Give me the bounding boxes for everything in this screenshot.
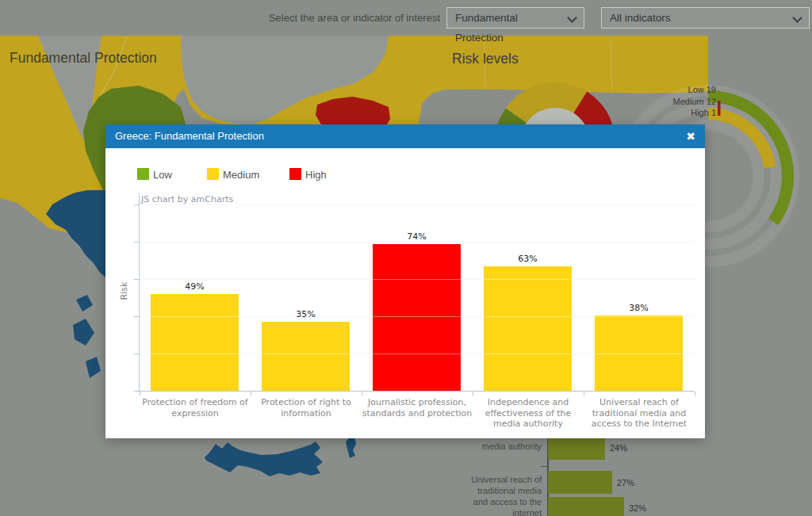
gridline-overlay [140,242,695,243]
hbar-value-label: 32% [629,503,646,513]
x-axis-tick [140,392,140,396]
category-label: Independence and effectiveness of the me… [473,397,584,430]
hbar[interactable] [548,471,612,494]
toolbar: Select the area or indicator of interest… [0,0,812,36]
x-axis-tick [251,392,251,396]
bar-value-label: 38% [595,303,683,313]
chart-bar[interactable] [151,294,239,392]
map-title: Fundamental Protection [10,50,157,67]
y-axis-tick [134,316,140,317]
y-axis-label: Risk [119,269,129,300]
legend-swatch [207,168,219,180]
y-axis-tick [134,204,140,205]
hbar-category-label: Universal reach oftraditional mediaand a… [448,474,542,516]
indicator-select-value: All indicators [610,12,671,24]
y-axis-tick [134,391,140,392]
bar-value-label: 49% [151,281,239,292]
legend-label: Low [153,169,172,181]
map-island-crete [205,441,323,476]
gridline-overlay [140,279,695,280]
hbar[interactable] [548,435,605,460]
category-label: Protection of right to information [251,397,362,419]
hbar-value-label: 24% [610,443,627,453]
hbar-category-line: and access to the [448,496,542,507]
gridline-overlay [140,204,695,205]
chart-bar[interactable] [373,244,461,391]
radial-tick-high [718,101,721,116]
modal-header: Greece: Fundamental Protection ✖ [105,124,705,148]
x-axis-tick [695,392,695,396]
legend-item-low[interactable]: Low [137,168,209,180]
legend-swatch [137,168,149,180]
hbar-axis-tick [541,466,547,467]
chart-bar[interactable] [262,322,350,392]
gridline-overlay [140,354,695,354]
modal-title: Greece: Fundamental Protection [115,124,264,148]
y-axis-tick [134,242,140,243]
dashboard-page: Fundamental Protection Risk levels Low 1… [0,0,812,516]
bar-value-label: 35% [262,309,350,319]
background-hbar-chart[interactable]: 24%27%32%effectiveness of themedia autho… [444,428,730,516]
radial-legend-row: Medium 12 [626,96,716,108]
legend-label: Medium [223,169,259,181]
gridline-overlay [140,316,695,317]
hbar-value-label: 27% [617,478,634,487]
x-axis-tick [362,392,362,396]
indicator-select[interactable]: All indicators [601,7,810,29]
chart-bar[interactable] [484,266,572,392]
category-label: Protection of freedom of expression [140,397,251,419]
legend-item-medium[interactable]: Medium [207,168,278,180]
toolbar-label: Select the area or indicator of interest [269,12,440,24]
area-select[interactable]: Fundamental Protection [446,7,584,29]
hbar[interactable] [548,497,624,516]
y-axis-tick [134,279,140,280]
hbar-category-line: internet [448,507,542,516]
x-axis-tick [584,392,584,396]
x-axis-tick [473,392,473,396]
radial-legend-row: High 1 [626,107,716,119]
hbar-category-line: traditional media [448,485,542,496]
hbar-category-line: Universal reach of [448,474,542,485]
legend-item-high[interactable]: High [289,168,361,180]
y-axis-tick [134,354,140,354]
close-icon[interactable]: ✖ [686,124,695,148]
category-label: Universal reach of traditional media and… [584,397,695,430]
greece-detail-modal: Greece: Fundamental Protection ✖ LowMedi… [105,124,705,438]
legend-swatch [289,168,301,180]
column-chart-plot: 49%Protection of freedom of expression35… [139,193,695,392]
radial-legend-row: Low 19 [626,84,716,96]
radial-chart-labels: Low 19Medium 12High 1 [626,84,716,119]
chevron-down-icon [567,13,577,23]
category-label: Journalistic profession, standards and p… [362,397,473,419]
hbar-category-line: media authority [448,441,542,452]
legend-label: High [305,169,327,181]
bar-value-label: 74% [373,231,461,242]
bar-value-label: 63% [484,254,572,264]
chevron-down-icon [792,13,802,23]
risk-levels-title: Risk levels [452,51,519,67]
